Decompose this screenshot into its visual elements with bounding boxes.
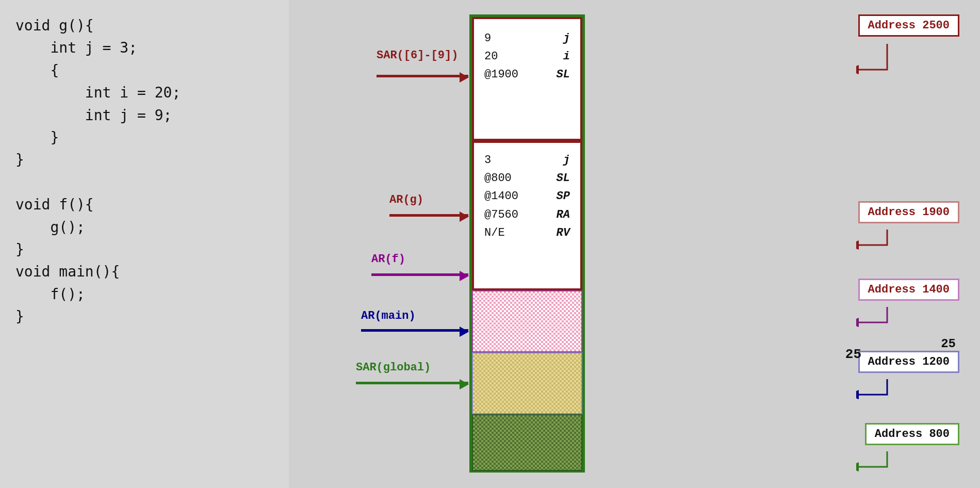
armain-arrow [361,329,468,332]
arg-name-2: SP [557,187,570,205]
addr800-arrow [856,446,959,477]
arf-arrow [371,273,468,276]
arg-row-0: 3 j [480,151,574,169]
sar69-val-0: 9 [484,29,491,47]
addr1200-box: 25 Address 1200 [858,351,959,373]
sar69-name-1: i [563,47,570,66]
addr1400-box: Address 1400 [858,279,959,301]
addr1200-number: 25 [845,347,861,362]
arg-label: AR(g) [389,193,423,206]
arg-val-4: N/E [484,224,505,242]
arg-block: 3 j @800 SL @1400 SP @7560 RA N/E RV [472,141,582,290]
sar69-name-0: j [563,29,570,47]
addr1900-box: Address 1900 [858,201,959,223]
arg-val-0: 3 [484,151,491,169]
sarglobal-arrow [356,382,468,384]
sar69-block: 9 j 20 i @1900 SL [472,17,582,141]
code-panel: void g(){ int j = 3; { int i = 20; int j… [0,0,289,488]
armain-label: AR(main) [361,310,416,322]
diagram-area: 9 j 20 i @1900 SL 3 j @800 SL [289,0,980,488]
sar69-row-2: @1900 SL [480,66,574,84]
arg-val-3: @7560 [484,206,518,224]
addr800-box: Address 800 [865,423,959,445]
sarglobal-block [472,414,582,471]
arg-row-3: @7560 RA [480,206,574,224]
arg-name-1: SL [557,169,570,187]
arg-name-4: RV [557,224,570,242]
arg-arrow [389,214,468,217]
arf-block [472,290,582,352]
arg-row-1: @800 SL [480,169,574,187]
arg-name-3: RA [557,206,570,224]
sar69-val-2: @1900 [484,66,518,84]
addr1200-arrow [856,374,959,405]
code-text: void g(){ int j = 3; { int i = 20; int j… [15,14,273,328]
arg-row-4: N/E RV [480,224,574,242]
arf-label: AR(f) [371,253,405,266]
addr2500-arrow [856,39,959,80]
sar69-row-0: 9 j [480,29,574,47]
arg-row-2: @1400 SP [480,187,574,205]
sar69-name-2: SL [557,66,570,84]
addr1900-arrow [856,224,959,255]
arg-val-2: @1400 [484,187,518,205]
arg-val-1: @800 [484,169,512,187]
sar69-row-1: 20 i [480,47,574,66]
addr1400-arrow [856,302,959,333]
armain-block [472,352,582,414]
sar69-val-1: 20 [484,47,498,66]
addr1200-val: 25 [941,337,956,351]
sarglobal-label: SAR(global) [356,361,431,374]
sar69-label: SAR([6]-[9]) [377,49,458,62]
sar69-arrow [377,75,468,77]
addr2500-box: Address 2500 [858,14,959,37]
arg-name-0: j [563,151,570,169]
